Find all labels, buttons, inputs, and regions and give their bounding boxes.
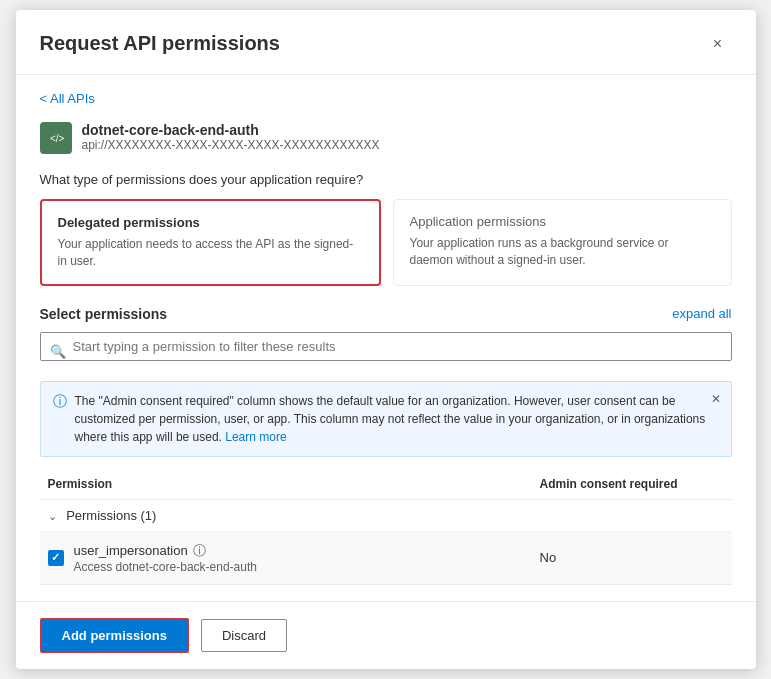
search-wrapper: 🔍 [40,332,732,371]
api-logo-icon: </> [47,129,65,147]
admin-consent-value: No [532,531,732,585]
info-circle-icon: ⓘ [193,542,206,560]
dialog-title: Request API permissions [40,32,280,55]
request-api-permissions-dialog: Request API permissions × < All APIs </>… [16,10,756,669]
api-uri: api://XXXXXXXX-XXXX-XXXX-XXXX-XXXXXXXXXX… [82,138,380,152]
delegated-permissions-title: Delegated permissions [58,215,363,230]
application-permissions-title: Application permissions [410,214,715,229]
permission-group-label: ⌄ Permissions (1) [40,499,732,531]
chevron-down-icon: ⌄ [48,510,57,523]
svg-text:</>: </> [50,133,65,144]
permission-type-question: What type of permissions does your appli… [40,172,732,187]
table-header-row: Permission Admin consent required [40,469,732,500]
permission-group-row[interactable]: ⌄ Permissions (1) [40,499,732,531]
checkbox-cell: ✓ user_impersonation ⓘ Access dotnet-cor… [48,542,257,574]
api-details: dotnet-core-back-end-auth api://XXXXXXXX… [82,122,380,152]
permission-description: Access dotnet-core-back-end-auth [74,560,257,574]
col-admin-consent: Admin consent required [532,469,732,500]
api-icon: </> [40,122,72,154]
application-permissions-desc: Your application runs as a background se… [410,235,715,269]
delegated-permissions-card[interactable]: Delegated permissions Your application n… [40,199,381,286]
dialog-header: Request API permissions × [16,10,756,75]
add-permissions-button[interactable]: Add permissions [40,618,189,653]
user-impersonation-checkbox[interactable]: ✓ [48,550,64,566]
api-info: </> dotnet-core-back-end-auth api://XXXX… [40,122,732,154]
select-permissions-label: Select permissions [40,306,168,322]
info-banner-text: The "Admin consent required" column show… [75,392,719,446]
info-icon: ⓘ [53,393,67,411]
select-permissions-header: Select permissions expand all [40,306,732,322]
discard-button[interactable]: Discard [201,619,287,652]
permission-name-cell: ✓ user_impersonation ⓘ Access dotnet-cor… [40,532,532,585]
back-link[interactable]: < All APIs [40,91,95,106]
perm-name-row: user_impersonation ⓘ [74,542,257,560]
api-name: dotnet-core-back-end-auth [82,122,380,138]
dialog-body: < All APIs </> dotnet-core-back-end-auth… [16,75,756,601]
permission-name: user_impersonation [74,543,188,558]
permissions-table: Permission Admin consent required ⌄ Perm… [40,469,732,586]
learn-more-link[interactable]: Learn more [225,430,286,444]
delegated-permissions-desc: Your application needs to access the API… [58,236,363,270]
search-input[interactable] [40,332,732,361]
permission-details: user_impersonation ⓘ Access dotnet-core-… [74,542,257,574]
info-banner-close[interactable]: ✕ [709,390,723,408]
application-permissions-card[interactable]: Application permissions Your application… [393,199,732,286]
table-row: ✓ user_impersonation ⓘ Access dotnet-cor… [40,531,732,585]
info-banner: ⓘ The "Admin consent required" column sh… [40,381,732,457]
checkbox-check-icon: ✓ [51,551,60,564]
close-button[interactable]: × [704,30,732,58]
dialog-footer: Add permissions Discard [16,601,756,669]
col-permission: Permission [40,469,532,500]
permission-types-container: Delegated permissions Your application n… [40,199,732,286]
expand-all-link[interactable]: expand all [672,306,731,321]
